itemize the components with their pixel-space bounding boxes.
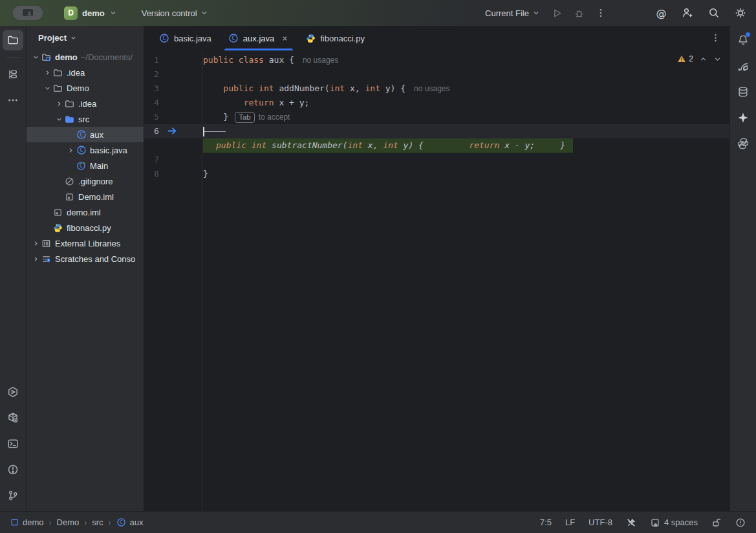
- next-problem-button[interactable]: [713, 55, 722, 63]
- gutter[interactable]: 3: [144, 82, 202, 96]
- chevron-right-icon[interactable]: [54, 100, 64, 107]
- gutter[interactable]: 5: [144, 110, 202, 124]
- gutter[interactable]: [144, 138, 202, 153]
- usages-inlay-hint[interactable]: no usages: [303, 53, 338, 67]
- python-console-icon: [737, 138, 749, 149]
- tree-item--gitignore[interactable]: .gitignore: [27, 173, 144, 189]
- tree-item-demo-iml[interactable]: Demo.iml: [27, 189, 144, 204]
- chevron-down-icon: [109, 9, 117, 17]
- tree-item-main[interactable]: CMain: [27, 158, 144, 173]
- database-button[interactable]: [733, 82, 753, 102]
- indent-widget[interactable]: 4 spaces: [650, 517, 698, 528]
- tree-item-scratches-and-conso[interactable]: Scratches and Conso: [27, 251, 144, 266]
- chevron-down-icon[interactable]: [30, 54, 41, 61]
- writable-toggle[interactable]: [711, 517, 722, 528]
- caret-position-widget[interactable]: 7:5: [540, 517, 552, 527]
- packages-button[interactable]: [3, 408, 23, 428]
- gutter[interactable]: 6: [144, 124, 202, 138]
- code-line-1[interactable]: 1public class aux {no usages: [144, 53, 729, 67]
- ai-chat-icon: [737, 60, 749, 72]
- ai-chat-button[interactable]: [733, 56, 753, 76]
- project-widget[interactable]: D demo: [60, 5, 121, 22]
- ai-assistant-button[interactable]: @: [652, 4, 670, 22]
- tree-item-src[interactable]: src: [27, 111, 144, 127]
- chevron-right-icon[interactable]: [30, 256, 41, 263]
- breadcrumb-item-aux[interactable]: Caux: [116, 517, 144, 527]
- gutter[interactable]: 7: [144, 153, 202, 167]
- python-console-button[interactable]: [733, 133, 753, 154]
- chevron-down-icon[interactable]: [54, 116, 64, 123]
- code-line-6[interactable]: 6: [144, 124, 729, 138]
- tree-item-demo-iml[interactable]: demo.iml: [27, 204, 144, 220]
- breadcrumb-item-src[interactable]: src: [92, 517, 103, 527]
- code-line-4[interactable]: 4 return x + y;: [144, 96, 729, 110]
- code-line-7[interactable]: 7: [144, 153, 729, 167]
- close-tab-icon[interactable]: [281, 34, 289, 43]
- project-folder-button[interactable]: [3, 30, 23, 50]
- run-button[interactable]: [548, 4, 566, 22]
- line-separator-widget[interactable]: LF: [565, 517, 575, 527]
- inspections-widget[interactable]: 2: [677, 54, 722, 63]
- chevron-right-icon[interactable]: [42, 69, 52, 76]
- search-button[interactable]: [705, 4, 723, 22]
- code-line-8[interactable]: 8}: [144, 167, 729, 181]
- inline-completion-row[interactable]: public int subtractNumber(int x, int y) …: [144, 138, 729, 153]
- usages-inlay-hint[interactable]: no usages: [414, 82, 449, 96]
- tree-item--idea[interactable]: .idea: [27, 96, 144, 111]
- tree-item-external-libraries[interactable]: External Libraries: [27, 235, 144, 251]
- gutter[interactable]: 1: [144, 53, 202, 67]
- warning-count: 2: [689, 54, 693, 63]
- notifications-button[interactable]: [733, 30, 753, 50]
- problems-button[interactable]: [3, 459, 23, 480]
- tree-item-fibonacci-py[interactable]: fibonacci.py: [27, 220, 144, 235]
- gutter[interactable]: 8: [144, 167, 202, 181]
- editor-tab-fibonacci-py[interactable]: fibonacci.py: [297, 26, 373, 50]
- more-actions-button[interactable]: [592, 4, 610, 22]
- screen-share-icon: [22, 8, 34, 17]
- prev-problem-button[interactable]: [699, 55, 707, 63]
- run-config-selector[interactable]: Current File: [481, 6, 544, 20]
- editor-tab-basic-java[interactable]: Cbasic.java: [151, 26, 220, 50]
- settings-button[interactable]: [731, 4, 750, 22]
- structure-button[interactable]: [3, 64, 23, 85]
- tab-options-button[interactable]: [711, 33, 720, 43]
- breadcrumb-item-demo[interactable]: Demo: [57, 517, 80, 527]
- chevron-right-icon[interactable]: [30, 240, 41, 247]
- chevron-right-icon[interactable]: [65, 147, 76, 154]
- ai-sparkle-button[interactable]: [733, 107, 753, 128]
- code-editor[interactable]: 2 1public class aux {no usages23 public …: [144, 50, 729, 511]
- code-line-3[interactable]: 3 public int addNumber(int x, int y) {no…: [144, 82, 729, 96]
- mute-notifications-button[interactable]: [626, 517, 636, 528]
- chevron-down-icon[interactable]: [42, 85, 52, 92]
- tree-item-aux[interactable]: Caux: [27, 127, 144, 142]
- project-panel-title: Project: [38, 33, 67, 43]
- code-line-5[interactable]: 5 }Tabto accept: [144, 110, 729, 124]
- code-line-2[interactable]: 2: [144, 67, 729, 82]
- breadcrumb-item-demo[interactable]: demo: [10, 517, 44, 527]
- editor-tab-aux-java[interactable]: Caux.java: [220, 26, 297, 50]
- module-icon: [10, 518, 19, 527]
- more-options-button[interactable]: [3, 90, 23, 111]
- tree-item-basic-java[interactable]: Cbasic.java: [27, 142, 144, 158]
- encoding-widget[interactable]: UTF-8: [589, 517, 612, 527]
- gutter[interactable]: 4: [144, 96, 202, 110]
- problems-icon: [7, 464, 19, 475]
- tree-item-demo[interactable]: Demo: [27, 80, 144, 96]
- tab-label: aux.java: [243, 34, 274, 43]
- terminal-button[interactable]: [3, 433, 23, 454]
- class-run-icon: C: [76, 160, 87, 171]
- project-panel-header[interactable]: Project: [27, 26, 144, 49]
- python-icon: [52, 223, 63, 233]
- version-control-button[interactable]: [3, 485, 23, 506]
- java-class-icon: C: [228, 33, 239, 43]
- screen-share-indicator[interactable]: [13, 6, 43, 20]
- tree-item-path: ~/Documents/: [81, 52, 133, 62]
- add-user-button[interactable]: [678, 4, 697, 22]
- debug-button[interactable]: [570, 4, 588, 22]
- services-button[interactable]: [3, 382, 23, 402]
- tree-item--idea[interactable]: .idea: [27, 65, 144, 80]
- gutter[interactable]: 2: [144, 67, 202, 82]
- vcs-widget[interactable]: Version control: [138, 6, 212, 20]
- tree-item-demo[interactable]: demo~/Documents/: [27, 49, 144, 65]
- ide-errors-button[interactable]: [735, 517, 746, 528]
